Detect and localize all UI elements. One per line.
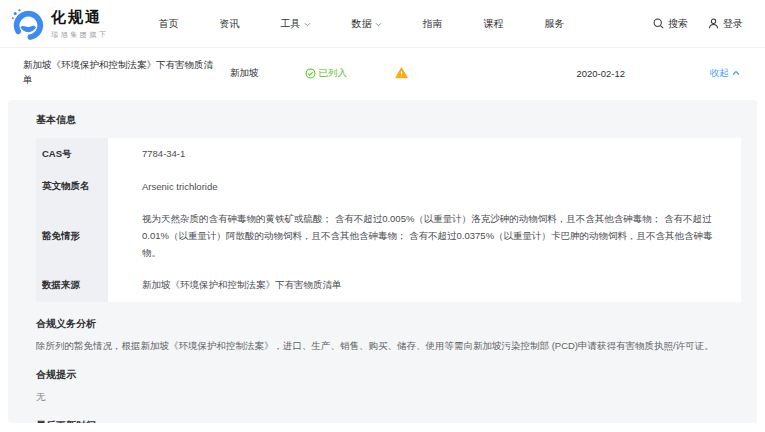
record-date: 2020-02-12 bbox=[576, 68, 625, 79]
logo[interactable]: 化规通 瑞旭集团旗下 bbox=[10, 7, 109, 41]
nav-label: 服务 bbox=[545, 17, 565, 31]
chevron-up-icon bbox=[732, 70, 740, 76]
site-subtitle: 瑞旭集团旗下 bbox=[51, 30, 109, 40]
nav-label: 资讯 bbox=[220, 17, 240, 31]
logo-text: 化规通 瑞旭集团旗下 bbox=[51, 8, 109, 40]
detail-panel: 基本信息 CAS号 7784-34-1 英文物质名 Arsenic trichl… bbox=[8, 100, 757, 423]
section-title: 合规义务分析 bbox=[36, 317, 741, 331]
nav-label: 首页 bbox=[159, 17, 179, 31]
list-record-row: 新加坡《环境保护和控制法案》下有害物质清单 新加坡 已列入 2020-02-12… bbox=[0, 48, 765, 98]
site-title: 化规通 bbox=[51, 8, 109, 27]
region-label: 新加坡 bbox=[230, 67, 259, 80]
nav-label: 数据 bbox=[352, 17, 372, 31]
field-label: 数据来源 bbox=[36, 269, 108, 302]
chevron-down-icon bbox=[304, 22, 311, 27]
header-actions: 搜索 登录 bbox=[653, 17, 743, 31]
nav-item-tools[interactable]: 工具 bbox=[281, 17, 311, 31]
status-badge: 已列入 bbox=[305, 67, 348, 80]
logo-circle-icon bbox=[10, 7, 44, 41]
section-body: 无 bbox=[36, 389, 741, 404]
table-row-exemptions: 豁免情形 视为天然杂质的含有砷毒物的黄铁矿或硫酸； 含有不超过0.005%（以重… bbox=[36, 203, 741, 269]
field-value: 新加坡《环境保护和控制法案》下有害物质清单 bbox=[108, 269, 741, 302]
section-last-updated: 最后更新时间 2020-02-12 bbox=[36, 419, 741, 423]
magnifier-icon bbox=[653, 18, 664, 29]
table-row-english-name: 英文物质名 Arsenic trichloride bbox=[36, 171, 741, 204]
field-value: Arsenic trichloride bbox=[108, 171, 741, 204]
section-compliance-tips: 合规提示 无 bbox=[36, 368, 741, 404]
section-title: 合规提示 bbox=[36, 368, 741, 382]
basic-info-table: CAS号 7784-34-1 英文物质名 Arsenic trichloride… bbox=[36, 138, 741, 302]
nav-item-news[interactable]: 资讯 bbox=[220, 17, 240, 31]
main-nav: 首页 资讯 工具 数据 指南 课程 服务 bbox=[159, 17, 565, 31]
nav-item-data[interactable]: 数据 bbox=[352, 17, 382, 31]
check-circle-icon bbox=[305, 68, 316, 79]
nav-label: 工具 bbox=[281, 17, 301, 31]
top-navbar: 化规通 瑞旭集团旗下 首页 资讯 工具 数据 指南 课程 服务 bbox=[0, 0, 765, 48]
basic-info-heading: 基本信息 bbox=[36, 113, 741, 127]
status-label: 已列入 bbox=[319, 67, 348, 80]
warning-triangle-icon bbox=[395, 67, 408, 79]
field-label: CAS号 bbox=[36, 138, 108, 171]
field-label: 豁免情形 bbox=[36, 203, 108, 269]
login-label: 登录 bbox=[723, 17, 743, 31]
field-value: 7784-34-1 bbox=[108, 138, 741, 171]
user-icon bbox=[708, 18, 719, 29]
field-value: 视为天然杂质的含有砷毒物的黄铁矿或硫酸； 含有不超过0.005%（以重量计）洛克… bbox=[108, 203, 741, 269]
section-title: 最后更新时间 bbox=[36, 419, 741, 423]
login-button[interactable]: 登录 bbox=[708, 17, 743, 31]
warning-indicator[interactable] bbox=[395, 67, 408, 79]
search-button[interactable]: 搜索 bbox=[653, 17, 688, 31]
field-label: 英文物质名 bbox=[36, 171, 108, 204]
table-row-data-source: 数据来源 新加坡《环境保护和控制法案》下有害物质清单 bbox=[36, 269, 741, 302]
nav-item-home[interactable]: 首页 bbox=[159, 17, 179, 31]
nav-label: 指南 bbox=[423, 17, 443, 31]
collapse-label: 收起 bbox=[710, 67, 729, 80]
search-label: 搜索 bbox=[668, 17, 688, 31]
section-compliance-analysis: 合规义务分析 除所列的豁免情况，根据新加坡《环境保护和控制法案》，进口、生产、销… bbox=[36, 317, 741, 353]
section-body: 除所列的豁免情况，根据新加坡《环境保护和控制法案》，进口、生产、销售、购买、储存… bbox=[36, 338, 741, 353]
regulation-title: 新加坡《环境保护和控制法案》下有害物质清单 bbox=[23, 58, 215, 87]
chevron-down-icon bbox=[375, 22, 382, 27]
nav-label: 课程 bbox=[484, 17, 504, 31]
table-row-cas: CAS号 7784-34-1 bbox=[36, 138, 741, 171]
collapse-toggle[interactable]: 收起 bbox=[710, 67, 740, 80]
nav-item-service[interactable]: 服务 bbox=[545, 17, 565, 31]
nav-item-guide[interactable]: 指南 bbox=[423, 17, 443, 31]
nav-item-course[interactable]: 课程 bbox=[484, 17, 504, 31]
